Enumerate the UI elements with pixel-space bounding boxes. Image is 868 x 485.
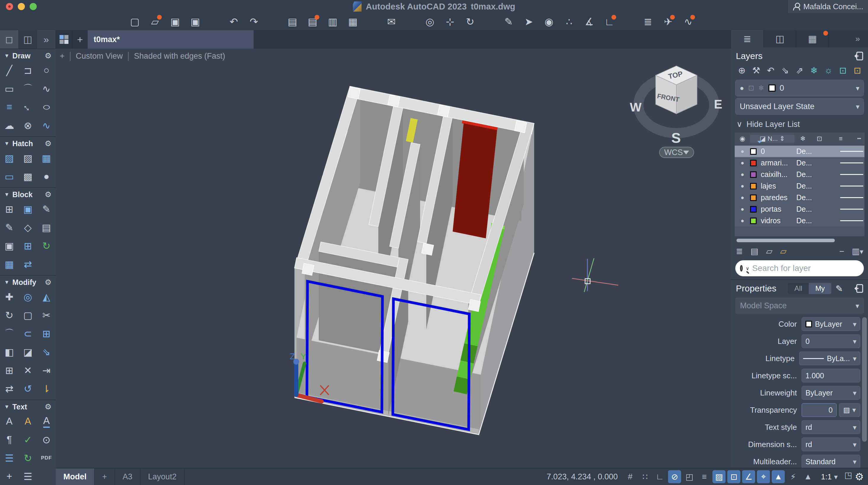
filter-all-button[interactable]: All: [788, 283, 809, 294]
properties-editor[interactable]: ✎: [501, 14, 516, 29]
current-layer-select[interactable]: ● ⊡ ❄ 0: [735, 80, 864, 96]
open-file[interactable]: ▱: [148, 14, 162, 29]
select-tool-tab[interactable]: ◻: [0, 30, 19, 49]
selection-cycling[interactable]: ⊡: [727, 470, 740, 483]
pan[interactable]: ⊹: [442, 14, 457, 29]
transparency-select[interactable]: ▨: [839, 403, 860, 417]
new-drawing-tab-button[interactable]: +: [72, 30, 88, 49]
view-control[interactable]: Custom View: [76, 52, 123, 61]
point-style[interactable]: ∴: [562, 14, 577, 29]
references-tab[interactable]: ◫: [764, 30, 796, 48]
block-editor[interactable]: ✎: [37, 200, 56, 218]
share[interactable]: ✈: [661, 14, 676, 29]
transparency-input[interactable]: 0: [802, 403, 837, 417]
minimize-button[interactable]: [18, 3, 25, 10]
layer-row[interactable]: ● paredes De...: [735, 192, 864, 203]
layer-on-icon[interactable]: ●: [735, 217, 750, 224]
ellipse[interactable]: ○: [37, 98, 56, 116]
publish[interactable]: ▥: [325, 14, 340, 29]
layer-row[interactable]: ● vidros De...: [735, 215, 864, 227]
pdf-import[interactable]: PDF: [37, 449, 56, 467]
performance-monitor[interactable]: ∿: [681, 14, 695, 29]
boundary[interactable]: ▭: [0, 167, 19, 186]
freeze-layer[interactable]: ❄: [808, 65, 820, 76]
gradient[interactable]: ▦: [37, 149, 56, 167]
visibility-column[interactable]: ◉: [735, 135, 750, 143]
update-text[interactable]: ↻: [19, 449, 37, 467]
edit-hatch[interactable]: ▨: [19, 149, 37, 167]
layer-off[interactable]: ☼: [822, 65, 835, 76]
scale[interactable]: ⊞: [0, 361, 19, 379]
layer-row[interactable]: ● portas De...: [735, 203, 864, 215]
line[interactable]: ╱: [0, 61, 19, 80]
tab-overview-button[interactable]: [56, 30, 72, 49]
object-snap[interactable]: ◰: [683, 470, 696, 483]
ortho-mode[interactable]: ∟: [653, 470, 666, 483]
layer-on-icon[interactable]: ●: [735, 160, 750, 166]
save[interactable]: ▣: [168, 14, 183, 29]
justify[interactable]: ☰: [19, 467, 37, 485]
sheet-sets-tab[interactable]: ▦: [796, 30, 829, 48]
etransmit[interactable]: ✉: [384, 14, 399, 29]
text-style-select[interactable]: rd: [802, 420, 860, 434]
layer-color-swatch[interactable]: [750, 160, 756, 166]
zoom-button[interactable]: [30, 3, 37, 10]
model-tab[interactable]: Model: [56, 468, 94, 485]
layer-color-swatch[interactable]: [750, 218, 756, 224]
popout-icon[interactable]: [855, 52, 863, 60]
layout2-tab[interactable]: Layout2: [141, 468, 185, 485]
linetype-select[interactable]: ByLa...: [799, 351, 860, 365]
layer-color-swatch[interactable]: [750, 195, 756, 201]
edit-attribute[interactable]: ✎: [0, 218, 19, 236]
redo[interactable]: ↷: [246, 14, 261, 29]
properties-scrollbar[interactable]: [862, 317, 867, 442]
dynamic-input[interactable]: ⌖: [757, 470, 770, 483]
compass-east[interactable]: E: [714, 97, 722, 111]
filter-my-button[interactable]: My: [809, 283, 831, 294]
gear-icon[interactable]: ⚙: [45, 402, 52, 411]
collapse-icon[interactable]: ▼: [4, 404, 9, 410]
close-button[interactable]: [6, 3, 13, 10]
quick-select[interactable]: ➤: [521, 14, 536, 29]
layer-on-icon[interactable]: ●: [735, 171, 750, 178]
new-file[interactable]: ▢: [127, 14, 142, 29]
point[interactable]: ⊗: [19, 116, 37, 135]
box-3d[interactable]: ◧: [0, 343, 19, 361]
columns-menu-button[interactable]: ▥: [852, 246, 863, 256]
lock-column[interactable]: ⊡: [811, 135, 828, 143]
more-panels-tab[interactable]: »: [847, 30, 868, 48]
annotation-scale-button[interactable]: 1:1: [821, 468, 837, 485]
undo[interactable]: ↶: [226, 14, 241, 29]
layer-row[interactable]: ● lajes De...: [735, 180, 864, 192]
gear-icon[interactable]: ⚙: [45, 51, 52, 60]
layer-on-icon[interactable]: ●: [735, 194, 750, 201]
collapse-icon[interactable]: ▼: [4, 53, 9, 59]
lineweight-display[interactable]: ≡: [698, 470, 711, 483]
layer-color-swatch[interactable]: [750, 148, 756, 155]
name-column[interactable]: ◪N...⇕: [750, 135, 795, 143]
layer-color-swatch[interactable]: [750, 171, 756, 178]
layer-row[interactable]: ● armari... De...: [735, 157, 864, 169]
model-canvas[interactable]: + Custom View Shaded with edges (Fast): [56, 49, 731, 468]
hatch[interactable]: ▨: [0, 149, 19, 167]
cube-tool-tab[interactable]: ◫: [19, 30, 37, 49]
offset[interactable]: ⊂: [19, 324, 37, 343]
settings-gear-icon[interactable]: ⚙: [855, 468, 864, 485]
layer-color-swatch[interactable]: [750, 206, 756, 212]
layer-search[interactable]: ∨: [735, 260, 864, 276]
rotate[interactable]: ↻: [0, 306, 19, 324]
layer-on-icon[interactable]: ●: [735, 182, 750, 190]
compass-west[interactable]: W: [630, 100, 642, 114]
layer-select[interactable]: 0: [802, 334, 860, 348]
space-select[interactable]: Model Space: [735, 297, 864, 314]
snap-mode[interactable]: ∷: [639, 470, 651, 483]
linetype-column[interactable]: ┅: [854, 135, 864, 143]
folder-actions[interactable]: ▱: [780, 246, 786, 256]
wcs-menu[interactable]: WCS: [659, 147, 694, 158]
spline[interactable]: ∿: [37, 80, 56, 98]
dimension-style-select[interactable]: rd: [802, 437, 860, 451]
arc[interactable]: ⌒: [19, 80, 37, 98]
measure[interactable]: ∡: [582, 14, 597, 29]
match-text[interactable]: A: [19, 412, 37, 430]
content-palette[interactable]: ≣: [641, 14, 655, 29]
